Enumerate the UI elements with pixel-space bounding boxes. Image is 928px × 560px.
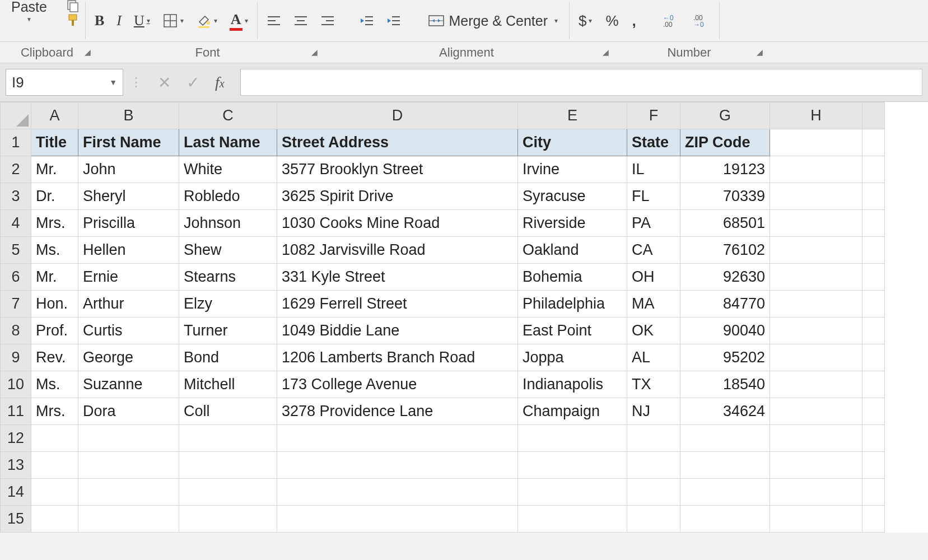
cell[interactable] [31,479,78,506]
column-header[interactable] [862,102,885,129]
cell[interactable] [770,398,862,425]
align-center-button[interactable] [290,11,311,31]
cell[interactable]: 19123 [680,156,770,183]
cell[interactable]: Coll [179,398,277,425]
cell[interactable] [277,506,518,533]
decrease-decimal-button[interactable]: .00→0 [690,11,714,31]
header-cell[interactable]: State [627,129,680,156]
underline-button[interactable]: U▾ [130,11,153,31]
align-right-button[interactable] [317,11,338,31]
cell[interactable]: George [78,344,179,371]
cell[interactable]: PA [627,210,680,237]
cell[interactable] [78,452,179,479]
cell[interactable]: Philadelphia [518,291,627,318]
cell[interactable] [862,129,885,156]
header-cell[interactable]: ZIP Code [680,129,770,156]
cell[interactable]: 1629 Ferrell Street [277,291,518,318]
cell[interactable]: 331 Kyle Street [277,264,518,291]
dialog-launcher-icon[interactable]: ◢ [603,48,609,57]
row-header[interactable]: 5 [1,237,31,264]
cell[interactable] [518,479,627,506]
cell[interactable] [770,156,862,183]
cell[interactable]: 3278 Providence Lane [277,398,518,425]
column-header[interactable]: C [179,102,277,129]
cell[interactable]: Champaign [518,398,627,425]
currency-button[interactable]: $▾ [575,11,595,31]
cell[interactable]: 90040 [680,318,770,344]
cell[interactable]: 1206 Lamberts Branch Road [277,344,518,371]
dialog-launcher-icon[interactable]: ◢ [757,48,763,57]
cell[interactable]: Hellen [78,237,179,264]
cell[interactable] [31,452,78,479]
cell[interactable] [78,506,179,533]
cell[interactable]: Sheryl [78,183,179,210]
dialog-launcher-icon[interactable]: ◢ [311,48,318,57]
row-header[interactable]: 10 [1,371,31,398]
cancel-icon[interactable]: ✕ [158,73,171,92]
cell[interactable]: CA [627,237,680,264]
cell[interactable]: Ms. [31,371,78,398]
cell[interactable] [627,479,680,506]
select-all-corner[interactable] [1,102,31,129]
align-left-button[interactable] [263,11,285,31]
decrease-indent-button[interactable] [356,11,377,31]
cell[interactable] [862,318,885,344]
cell[interactable]: Hon. [31,291,78,318]
cell[interactable] [627,452,680,479]
cell[interactable] [277,425,518,452]
enter-icon[interactable]: ✓ [186,73,199,92]
column-header[interactable]: A [31,102,78,129]
cell[interactable]: Mrs. [31,210,78,237]
cell[interactable] [770,452,862,479]
cell[interactable]: 68501 [680,210,770,237]
cell[interactable]: Johnson [179,210,277,237]
cell[interactable] [862,452,885,479]
cell[interactable]: Ernie [78,264,179,291]
cell[interactable] [518,506,627,533]
cell[interactable]: OH [627,264,680,291]
cell[interactable]: Stearns [179,264,277,291]
cell[interactable] [770,264,862,291]
cell[interactable] [770,371,862,398]
cell[interactable]: IL [627,156,680,183]
cell[interactable]: Bohemia [518,264,627,291]
spreadsheet-grid[interactable]: ABCDEFGH1TitleFirst NameLast NameStreet … [0,102,928,533]
header-cell[interactable]: Last Name [179,129,277,156]
cell[interactable]: Prof. [31,318,78,344]
cell[interactable] [862,398,885,425]
cell[interactable]: Dora [78,398,179,425]
cell[interactable] [862,479,885,506]
cell[interactable]: Mr. [31,156,78,183]
cell[interactable] [862,291,885,318]
cell[interactable]: Rev. [31,344,78,371]
cell[interactable]: 18540 [680,371,770,398]
cell[interactable] [862,344,885,371]
column-header[interactable]: E [518,102,627,129]
italic-button[interactable]: I [113,11,125,31]
fill-color-button[interactable]: ▾ [193,11,221,31]
cell[interactable] [78,425,179,452]
row-header[interactable]: 11 [1,398,31,425]
cell[interactable] [770,506,862,533]
dialog-launcher-icon[interactable]: ◢ [85,48,91,57]
cell[interactable]: TX [627,371,680,398]
borders-button[interactable]: ▾ [159,11,187,31]
cell[interactable] [680,452,770,479]
cell[interactable] [770,291,862,318]
cell[interactable] [770,237,862,264]
cell[interactable] [770,183,862,210]
cell[interactable]: 1049 Biddie Lane [277,318,518,344]
cell[interactable]: Oakland [518,237,627,264]
cell[interactable] [680,506,770,533]
cell[interactable] [627,425,680,452]
cell[interactable]: John [78,156,179,183]
cell[interactable]: 92630 [680,264,770,291]
cell[interactable] [862,156,885,183]
column-header[interactable]: F [627,102,680,129]
cell[interactable]: 173 College Avenue [277,371,518,398]
row-header[interactable]: 14 [1,479,31,506]
cell[interactable] [770,129,862,156]
paste-button[interactable]: Paste ▼ [11,0,47,22]
cell[interactable] [31,506,78,533]
fx-icon[interactable]: fx [215,73,225,91]
